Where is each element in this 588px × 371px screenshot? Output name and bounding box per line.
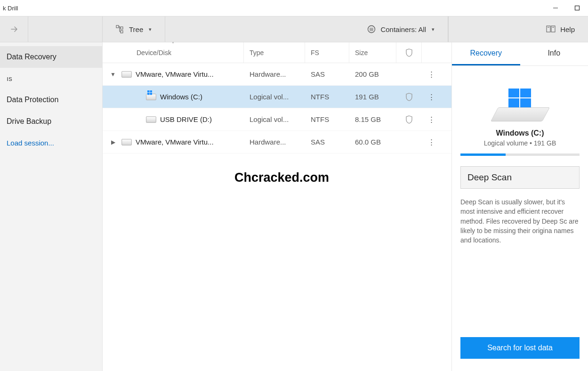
col-device-label: Device/Disk [137,49,171,56]
row-more-button[interactable]: ⋮ [422,115,441,124]
cell-type: Logical vol... [244,93,305,101]
shield-icon [405,93,413,101]
help-label: Help [560,25,575,33]
book-icon [546,25,556,33]
tab-info[interactable]: Info [520,42,588,65]
shield-icon [405,115,413,124]
sidebar: Data Recovery ıs Data Protection Drive B… [0,42,103,371]
svg-rect-2 [116,25,119,28]
sidebar-item-data-recovery[interactable]: Data Recovery [0,46,102,68]
chevron-down-icon: ▾ [149,26,152,32]
svg-rect-4 [121,31,123,33]
usage-bar [460,153,580,156]
titlebar: k Drill [0,0,588,16]
cell-size: 60.0 GB [349,138,396,146]
scan-description: Deep Scan is usually slower, but it's mo… [460,197,580,245]
sidebar-item-drive-backup[interactable]: Drive Backup [0,111,102,132]
col-device[interactable]: Device/Disk ˄ [103,42,244,63]
tree-dropdown[interactable]: Tree ▾ [111,22,156,36]
device-name: USB DRIVE (D:) [160,115,212,123]
col-fs[interactable]: FS [305,42,349,63]
device-name: VMware, VMware Virtu... [136,70,214,78]
tree-section: Tree ▾ [103,16,165,42]
device-list: Device/Disk ˄ Type FS Size ▼VMware, VMwa… [103,42,451,371]
table-row[interactable]: USB DRIVE (D:)Logical vol...NTFS8.15 GB⋮ [103,108,451,131]
containers-section: Containers: All ▾ [354,16,448,42]
expand-icon[interactable]: ▶ [108,139,118,145]
cell-device: ▼VMware, VMware Virtu... [103,70,244,78]
help-button[interactable]: Help [541,22,580,36]
collapse-icon[interactable]: ▼ [108,71,118,78]
cell-type: Logical vol... [244,115,305,123]
containers-dropdown[interactable]: Containers: All ▾ [362,22,439,36]
cell-type: Hardware... [244,70,305,78]
svg-rect-1 [575,6,580,10]
tab-recovery[interactable]: Recovery [452,42,520,65]
containers-icon [367,25,376,33]
sidebar-item-truncated[interactable]: ıs [0,68,102,89]
sidebar-item-data-protection[interactable]: Data Protection [0,89,102,111]
disk-icon [121,71,132,78]
sidebar-item-label: Drive Backup [7,117,51,125]
cell-fs: NTFS [305,93,349,101]
shield-icon [405,48,413,57]
cell-size: 200 GB [349,70,396,78]
row-more-button[interactable]: ⋮ [422,70,441,79]
table-row[interactable]: ▶VMware, VMware Virtu...Hardware...SAS60… [103,131,451,153]
forward-arrow-icon[interactable] [9,24,19,34]
chevron-down-icon: ▾ [432,26,435,32]
load-session-link[interactable]: Load session... [0,132,102,153]
cell-device: ▶VMware, VMware Virtu... [103,138,244,146]
cell-size: 8.15 GB [349,115,396,123]
cell-type: Hardware... [244,138,305,146]
drive-subtitle: Logical volume • 191 GB [460,139,580,147]
windows-volume-icon [146,94,156,100]
col-type[interactable]: Type [244,42,305,63]
scan-type-label: Deep Scan [467,172,512,183]
table-row[interactable]: ▼VMware, VMware Virtu...Hardware...SAS20… [103,63,451,86]
device-name: Windows (C:) [160,93,202,101]
cell-size: 191 GB [349,93,396,101]
cell-shield [396,93,422,101]
cell-shield [396,115,422,124]
tree-icon [116,25,124,33]
cell-fs: NTFS [305,115,349,123]
back-section [0,16,28,42]
sidebar-item-label: ıs [7,74,12,82]
panel-tabs: Recovery Info [452,42,588,66]
sort-indicator-icon: ˄ [172,41,174,47]
disk-icon [146,116,156,123]
minimize-button[interactable] [545,0,566,16]
svg-rect-9 [547,26,550,32]
column-headers: Device/Disk ˄ Type FS Size [103,42,451,63]
tree-label: Tree [129,25,143,33]
col-shield[interactable] [396,42,422,63]
scan-type-dropdown[interactable]: Deep Scan [460,166,580,189]
details-panel: Recovery Info Windows (C:) Logical volum… [451,42,588,371]
table-row[interactable]: Windows (C:)Logical vol...NTFS191 GB⋮ [103,86,451,108]
sidebar-item-label: Data Protection [7,96,58,104]
svg-rect-10 [551,26,555,32]
window-title: k Drill [3,5,18,12]
panel-body: Windows (C:) Logical volume • 191 GB Dee… [452,66,588,371]
cell-fs: SAS [305,70,349,78]
search-lost-data-button[interactable]: Search for lost data [460,337,580,359]
windows-logo-icon [508,89,531,107]
drive-illustration [494,89,546,121]
help-section: Help [533,16,588,42]
toolbar: Tree ▾ Containers: All ▾ Help [0,16,588,42]
svg-rect-3 [121,27,123,29]
cell-device: Windows (C:) [103,93,244,101]
watermark-text: Chcracked.com [234,170,329,185]
cell-fs: SAS [305,138,349,146]
containers-label: Containers: All [380,25,426,33]
cell-device: USB DRIVE (D:) [103,115,244,123]
row-more-button[interactable]: ⋮ [422,138,441,146]
drive-title: Windows (C:) [460,129,580,137]
row-more-button[interactable]: ⋮ [422,93,441,101]
disk-icon [121,139,132,145]
maximize-button[interactable] [566,0,588,16]
col-size[interactable]: Size [349,42,396,63]
sidebar-item-label: Data Recovery [7,53,56,61]
window-controls [545,0,588,16]
